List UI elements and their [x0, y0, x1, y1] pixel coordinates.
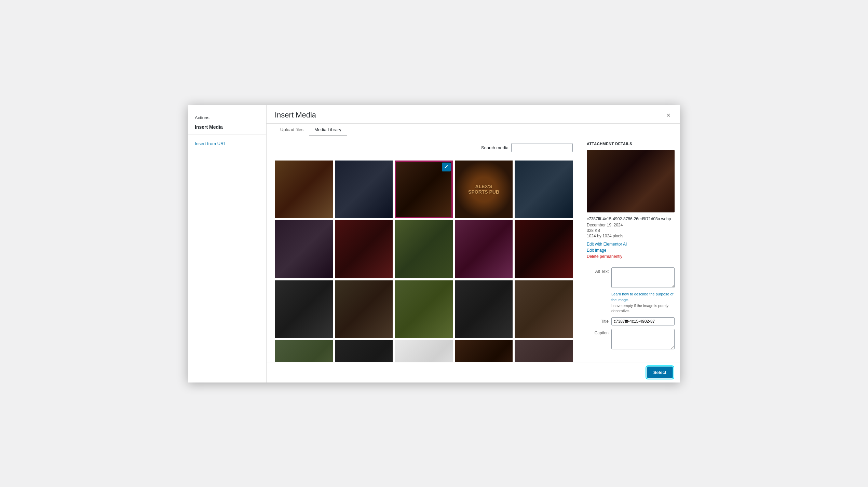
- tab-upload-files[interactable]: Upload files: [275, 124, 309, 136]
- main-content: Insert Media × Upload files Media Librar…: [267, 105, 680, 382]
- title-label: Title: [587, 317, 609, 324]
- search-bar: Search media: [275, 143, 573, 152]
- grid-item-5[interactable]: [515, 161, 573, 219]
- sidebar-actions-label: Actions: [188, 112, 266, 122]
- modal-close-button[interactable]: ×: [665, 110, 672, 120]
- grid-item-8[interactable]: [395, 220, 453, 278]
- grid-item-11[interactable]: [275, 280, 333, 338]
- image-grid: ALEX'SSPORTS PUB: [275, 161, 573, 362]
- search-label: Search media: [481, 145, 508, 150]
- sidebar: Actions Insert Media Insert from URL: [188, 105, 267, 382]
- grid-item-20[interactable]: [515, 340, 573, 362]
- delete-permanently-link[interactable]: Delete permanently: [587, 254, 675, 259]
- grid-item-14[interactable]: [455, 280, 513, 338]
- tabs-bar: Upload files Media Library: [267, 124, 680, 136]
- grid-item-6[interactable]: [275, 220, 333, 278]
- alt-text-label: Alt Text: [587, 267, 609, 274]
- search-input[interactable]: [511, 143, 573, 152]
- grid-item-3[interactable]: [395, 161, 453, 219]
- attachment-details-title: ATTACHMENT DETAILS: [587, 142, 675, 146]
- alt-text-help[interactable]: Learn how to describe the purpose of the…: [611, 291, 675, 303]
- grid-item-2[interactable]: [335, 161, 393, 219]
- sidebar-insert-media-label: Insert Media: [188, 122, 266, 135]
- bottom-bar: Select: [267, 362, 680, 382]
- edit-image-link[interactable]: Edit Image: [587, 248, 675, 253]
- tab-media-library[interactable]: Media Library: [309, 124, 347, 136]
- attachment-details-panel: ATTACHMENT DETAILS c7387fff-4c15-4902-87…: [581, 136, 680, 362]
- modal-title: Insert Media: [275, 111, 316, 120]
- grid-item-19[interactable]: [455, 340, 513, 362]
- title-row: Title: [587, 317, 675, 325]
- attachment-dimensions: 1024 by 1024 pixels: [587, 234, 675, 238]
- alt-text-note: Leave empty if the image is purely decor…: [611, 303, 675, 314]
- media-library: Search media ALEX: [267, 136, 680, 362]
- sidebar-divider: [188, 135, 266, 135]
- grid-item-7[interactable]: [335, 220, 393, 278]
- caption-input[interactable]: [611, 329, 675, 349]
- modal-header: Insert Media ×: [267, 105, 680, 124]
- grid-item-9[interactable]: [455, 220, 513, 278]
- title-input[interactable]: [611, 317, 675, 325]
- caption-row: Caption: [587, 329, 675, 349]
- grid-item-10[interactable]: [515, 220, 573, 278]
- grid-item-12[interactable]: [335, 280, 393, 338]
- select-button[interactable]: Select: [647, 366, 673, 378]
- attachment-date: December 19, 2024: [587, 223, 675, 227]
- grid-item-18[interactable]: [395, 340, 453, 362]
- sidebar-insert-url-link[interactable]: Insert from URL: [188, 140, 266, 148]
- media-grid-area: Search media ALEX: [267, 136, 581, 362]
- edit-elementor-link[interactable]: Edit with Elementor AI: [587, 242, 675, 247]
- attachment-details-divider: [587, 263, 675, 263]
- caption-label: Caption: [587, 329, 609, 335]
- grid-item-15[interactable]: [515, 280, 573, 338]
- attachment-filename: c7387fff-4c15-4902-8786-26ed9f71d03a.web…: [587, 217, 675, 221]
- grid-item-13[interactable]: [395, 280, 453, 338]
- grid-item-1[interactable]: [275, 161, 333, 219]
- grid-item-4[interactable]: ALEX'SSPORTS PUB: [455, 161, 513, 219]
- alt-text-row: Alt Text: [587, 267, 675, 288]
- attachment-thumbnail: [587, 150, 675, 213]
- alt-text-input[interactable]: [611, 267, 675, 288]
- grid-item-16[interactable]: [275, 340, 333, 362]
- attachment-size: 328 KB: [587, 228, 675, 233]
- grid-item-17[interactable]: [335, 340, 393, 362]
